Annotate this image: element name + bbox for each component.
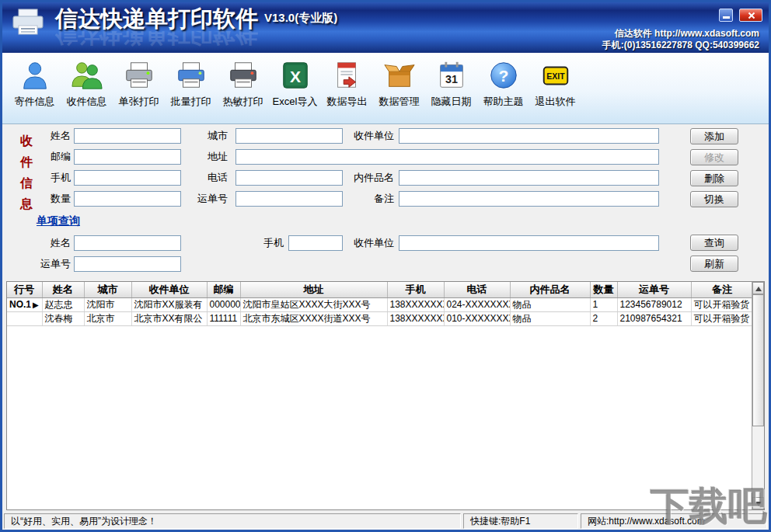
toolbar-item-label: 退出软件 [529, 95, 581, 109]
toolbar-item-exit[interactable]: EXIT 退出软件 [529, 57, 581, 109]
row-number-cell [7, 311, 42, 325]
toolbar-item-data-export[interactable]: 数据导出 [321, 57, 373, 109]
recipient-name-input[interactable] [74, 128, 181, 144]
table-cell: 物品 [510, 311, 590, 325]
scroll-down-icon[interactable] [752, 497, 764, 509]
col-header-qty[interactable]: 数量 [590, 282, 617, 297]
zip-label: 邮编 [33, 149, 71, 165]
toolbar: 寄件信息 收件信息 [2, 53, 769, 124]
recipient-waybill-input[interactable] [235, 191, 343, 207]
recipient-unit-input[interactable] [399, 128, 659, 144]
qty-label: 数量 [33, 191, 71, 207]
col-header-address[interactable]: 地址 [240, 282, 387, 297]
table-row[interactable]: NO.1▶ 赵志忠 沈阳市 沈阳市XX服装有 000000 沈阳市皇姑区XXXX… [7, 297, 752, 311]
table-cell: 物品 [510, 297, 590, 311]
table-cell: 沈阳市 [84, 297, 131, 311]
table-cell: 010-XXXXXXXX [444, 311, 510, 325]
toolbar-item-recipient-info[interactable]: 收件信息 [61, 57, 113, 109]
col-header-note[interactable]: 备注 [691, 282, 752, 297]
batch-print-icon [165, 59, 217, 93]
modify-button[interactable]: 修改 [690, 149, 738, 165]
toolbar-item-hide-date[interactable]: 31 隐藏日期 [425, 57, 477, 109]
side-label-char: 件 [18, 151, 35, 172]
toolbar-item-batch-print[interactable]: 批量打印 [165, 57, 217, 109]
refresh-button[interactable]: 刷新 [690, 256, 738, 272]
side-label-char: 收 [18, 130, 35, 151]
recipient-qty-input[interactable] [74, 191, 181, 207]
recipient-address-input[interactable] [235, 149, 659, 165]
waybill-label: 运单号 [183, 191, 228, 207]
table-cell: 210987654321 [617, 311, 691, 325]
toolbar-item-excel-import[interactable]: X Excel导入 [269, 57, 321, 109]
toolbar-item-data-manage[interactable]: 数据管理 [373, 57, 425, 109]
phone-label: 电话 [183, 170, 228, 186]
vertical-scrollbar[interactable] [752, 282, 764, 509]
col-header-city[interactable]: 城市 [84, 282, 131, 297]
records-grid-area: 行号 姓名 城市 收件单位 邮编 地址 手机 电话 内件品名 数量 运单号 备注 [6, 281, 765, 510]
col-header-mobile[interactable]: 手机 [387, 282, 444, 297]
records-grid: 行号 姓名 城市 收件单位 邮编 地址 手机 电话 内件品名 数量 运单号 备注 [7, 282, 752, 509]
scrollbar-thumb[interactable] [752, 294, 764, 426]
query-mobile-input[interactable] [288, 235, 343, 251]
recipient-info-icon [61, 59, 113, 93]
recipient-note-input[interactable] [399, 191, 659, 207]
row-number: NO.1 [9, 299, 31, 310]
table-row[interactable]: 沈春梅 北京市 北京市XX有限公 111111 北京市东城区XXXX街道XXX号… [7, 311, 752, 325]
col-header-phone[interactable]: 电话 [444, 282, 510, 297]
query-unit-input[interactable] [399, 235, 659, 251]
table-header-row: 行号 姓名 城市 收件单位 邮编 地址 手机 电话 内件品名 数量 运单号 备注 [7, 282, 752, 297]
note-label: 备注 [338, 191, 394, 207]
svg-text:?: ? [498, 67, 508, 85]
query-button[interactable]: 查询 [690, 235, 738, 251]
query-name-label: 姓名 [33, 235, 71, 251]
col-header-rowno[interactable]: 行号 [7, 282, 42, 297]
table-cell: 123456789012 [617, 297, 691, 311]
toolbar-item-sender-info[interactable]: 寄件信息 [9, 57, 61, 109]
item-label: 内件品名 [338, 170, 394, 186]
app-title-text: 信达快递单打印软件 [55, 6, 258, 31]
recipient-zip-input[interactable] [74, 149, 181, 165]
table-cell: 可以开箱验货 [691, 297, 752, 311]
col-header-unit[interactable]: 收件单位 [131, 282, 207, 297]
minimize-icon[interactable] [719, 9, 733, 22]
hide-date-icon: 31 [425, 59, 477, 93]
statusbar: 以“好用、实用、易用”为设计理念！ 快捷键:帮助F1 网站:http://www… [2, 513, 769, 530]
svg-text:X: X [289, 68, 300, 85]
recipient-item-input[interactable] [399, 170, 659, 186]
add-button[interactable]: 添加 [690, 128, 738, 144]
toolbar-item-help[interactable]: ? 帮助主题 [477, 57, 529, 109]
unit-label: 收件单位 [338, 128, 394, 144]
table-cell: 赵志忠 [42, 297, 84, 311]
table-cell: 1 [590, 297, 617, 311]
query-waybill-input[interactable] [74, 256, 181, 272]
table-cell: 沈阳市皇姑区XXXX大街XXX号 [240, 297, 387, 311]
col-header-zip[interactable]: 邮编 [207, 282, 240, 297]
toolbar-item-label: 帮助主题 [477, 95, 529, 109]
close-icon[interactable] [739, 9, 762, 22]
app-title: 信达快递单打印软件V13.0(专业版) [55, 4, 337, 35]
help-icon: ? [477, 59, 529, 93]
col-header-waybill[interactable]: 运单号 [617, 282, 691, 297]
toolbar-item-thermal-print[interactable]: 热敏打印 [217, 57, 269, 109]
query-waybill-label: 运单号 [33, 256, 71, 272]
excel-import-icon: X [269, 59, 321, 93]
vendor-line: 信达软件 http://www.xdasoft.com [602, 28, 759, 40]
query-name-input[interactable] [74, 235, 181, 251]
recipient-phone-input[interactable] [235, 170, 343, 186]
delete-button[interactable]: 删除 [690, 170, 738, 186]
col-header-name[interactable]: 姓名 [42, 282, 84, 297]
toolbar-item-label: 寄件信息 [9, 95, 61, 109]
col-header-item[interactable]: 内件品名 [510, 282, 590, 297]
table-cell: 138XXXXXXXX [387, 311, 444, 325]
recipient-mobile-input[interactable] [74, 170, 181, 186]
status-design-note: 以“好用、实用、易用”为设计理念！ [4, 513, 461, 529]
printer-app-icon [10, 8, 46, 36]
toolbar-item-single-print[interactable]: 单张打印 [113, 57, 165, 109]
scroll-up-icon[interactable] [752, 282, 764, 294]
toolbar-item-label: 单张打印 [113, 95, 165, 109]
main-panel: 收 件 信 息 姓名 城市 收件单位 添加 邮编 地址 修改 手机 电话 内件品… [2, 124, 769, 513]
switch-button[interactable]: 切换 [690, 191, 738, 207]
recipient-city-input[interactable] [235, 128, 343, 144]
query-mobile-label: 手机 [245, 235, 284, 251]
toolbar-item-label: 热敏打印 [217, 95, 269, 109]
